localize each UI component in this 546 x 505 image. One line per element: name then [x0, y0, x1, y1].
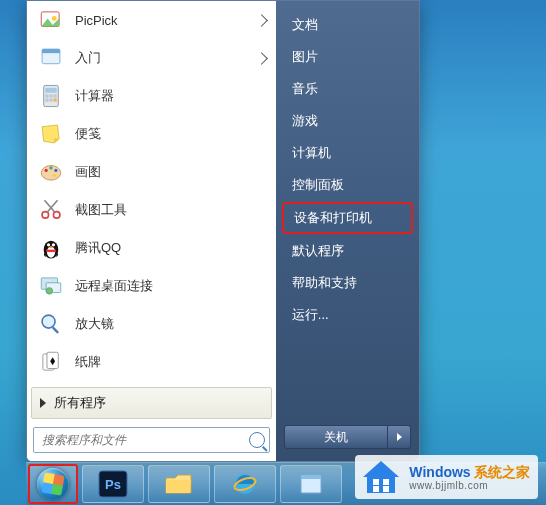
shutdown-button[interactable]: 关机 — [284, 425, 388, 449]
svg-rect-39 — [383, 479, 389, 485]
svg-rect-38 — [373, 479, 379, 485]
program-item-solitaire[interactable]: 纸牌 — [27, 343, 276, 381]
program-item-snipping-tool[interactable]: 截图工具 — [27, 191, 276, 229]
program-label: 计算器 — [75, 87, 270, 105]
qq-penguin-icon — [37, 234, 65, 262]
search-input[interactable] — [40, 432, 249, 448]
svg-rect-24 — [46, 250, 56, 252]
all-programs-button[interactable]: 所有程序 — [31, 387, 272, 419]
svg-point-27 — [46, 288, 53, 295]
sticky-notes-icon — [37, 120, 65, 148]
svg-rect-40 — [373, 486, 379, 492]
svg-rect-3 — [42, 49, 60, 53]
svg-point-16 — [53, 174, 56, 177]
svg-point-22 — [52, 243, 55, 246]
program-label: 放大镜 — [75, 315, 270, 333]
taskbar-app-ie[interactable] — [214, 465, 276, 503]
program-item-qq[interactable]: 腾讯QQ — [27, 229, 276, 267]
right-item-label: 默认程序 — [292, 242, 344, 260]
right-item-label: 音乐 — [292, 80, 318, 98]
program-label: 腾讯QQ — [75, 239, 270, 257]
remote-desktop-icon — [37, 272, 65, 300]
program-item-magnifier[interactable]: 放大镜 — [27, 305, 276, 343]
program-item-getting-started[interactable]: 入门 — [27, 39, 276, 77]
triangle-right-icon — [397, 433, 402, 441]
right-item-computer[interactable]: 计算机 — [282, 138, 413, 168]
search-container — [27, 423, 276, 461]
recent-programs-list: PicPick 入门 计算器 便笺 — [27, 1, 276, 387]
shutdown-label: 关机 — [324, 429, 348, 446]
right-item-pictures[interactable]: 图片 — [282, 42, 413, 72]
right-item-label: 设备和打印机 — [294, 209, 372, 227]
house-icon — [359, 459, 403, 497]
svg-point-15 — [54, 169, 57, 172]
submenu-arrow-icon — [255, 14, 268, 27]
search-icon — [249, 432, 265, 448]
svg-rect-10 — [49, 98, 52, 101]
scissors-icon — [37, 196, 65, 224]
right-item-devices-printers[interactable]: 设备和打印机 — [282, 202, 413, 234]
search-box[interactable] — [33, 427, 270, 453]
svg-point-13 — [45, 169, 48, 172]
right-item-run[interactable]: 运行... — [282, 300, 413, 330]
taskbar-app-photoshop[interactable]: Ps — [82, 465, 144, 503]
watermark-suffix: 系统之家 — [474, 464, 530, 480]
shutdown-options-button[interactable] — [388, 425, 411, 449]
program-label: 便笺 — [75, 125, 270, 143]
cards-icon — [37, 348, 65, 376]
right-item-label: 游戏 — [292, 112, 318, 130]
svg-rect-7 — [49, 94, 52, 97]
right-item-label: 帮助和支持 — [292, 274, 357, 292]
svg-point-21 — [47, 243, 50, 246]
taskbar-app-notes[interactable] — [280, 465, 342, 503]
magnifier-icon — [37, 310, 65, 338]
watermark-brand: Windows — [409, 464, 470, 480]
start-button[interactable] — [28, 464, 78, 504]
svg-text:Ps: Ps — [105, 477, 121, 492]
watermark-url: www.bjjmlb.com — [409, 480, 530, 491]
right-item-control-panel[interactable]: 控制面板 — [282, 170, 413, 200]
getting-started-icon — [37, 44, 65, 72]
submenu-arrow-icon — [255, 52, 268, 65]
svg-rect-8 — [53, 94, 56, 97]
svg-point-1 — [52, 16, 57, 21]
photoshop-icon: Ps — [98, 470, 128, 498]
right-item-label: 控制面板 — [292, 176, 344, 194]
all-programs-label: 所有程序 — [54, 394, 106, 412]
program-item-sticky-notes[interactable]: 便笺 — [27, 115, 276, 153]
svg-rect-5 — [45, 88, 56, 93]
right-item-help-support[interactable]: 帮助和支持 — [282, 268, 413, 298]
watermark: Windows 系统之家 www.bjjmlb.com — [355, 455, 538, 499]
right-item-label: 运行... — [292, 306, 329, 324]
program-label: PicPick — [75, 13, 257, 28]
svg-rect-37 — [301, 475, 321, 479]
svg-rect-41 — [383, 486, 389, 492]
start-menu: PicPick 入门 计算器 便笺 — [26, 0, 420, 462]
right-item-label: 文档 — [292, 16, 318, 34]
program-item-picpick[interactable]: PicPick — [27, 1, 276, 39]
ie-icon — [231, 470, 259, 498]
right-item-music[interactable]: 音乐 — [282, 74, 413, 104]
program-label: 截图工具 — [75, 201, 270, 219]
program-item-remote-desktop[interactable]: 远程桌面连接 — [27, 267, 276, 305]
right-item-documents[interactable]: 文档 — [282, 10, 413, 40]
paint-icon — [37, 158, 65, 186]
svg-point-14 — [49, 166, 52, 169]
start-menu-right-pane: 文档 图片 音乐 游戏 计算机 控制面板 设备和打印机 默认程序 帮助和支持 运… — [276, 1, 419, 461]
picpick-icon — [37, 6, 65, 34]
right-item-default-programs[interactable]: 默认程序 — [282, 236, 413, 266]
folder-icon — [164, 471, 194, 497]
start-menu-left-pane: PicPick 入门 计算器 便笺 — [27, 1, 276, 461]
shutdown-split-button: 关机 — [284, 425, 411, 449]
program-label: 远程桌面连接 — [75, 277, 270, 295]
program-item-paint[interactable]: 画图 — [27, 153, 276, 191]
svg-rect-9 — [45, 98, 48, 101]
windows-orb-icon — [37, 468, 69, 500]
program-label: 纸牌 — [75, 353, 270, 371]
program-item-calculator[interactable]: 计算器 — [27, 77, 276, 115]
right-item-label: 计算机 — [292, 144, 331, 162]
right-item-games[interactable]: 游戏 — [282, 106, 413, 136]
taskbar-app-explorer[interactable] — [148, 465, 210, 503]
note-icon — [298, 471, 324, 497]
svg-rect-6 — [45, 94, 48, 97]
